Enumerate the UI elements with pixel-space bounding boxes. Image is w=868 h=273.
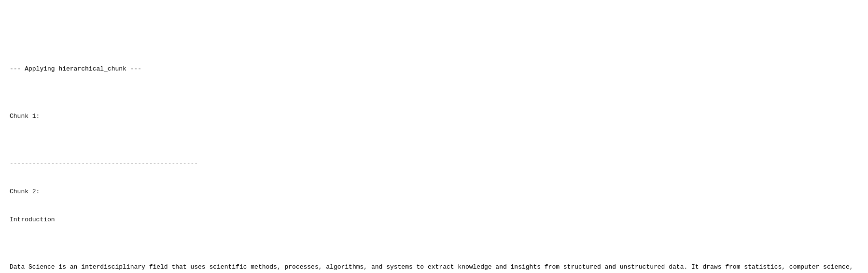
- chunk2-para1: Data Science is an interdisciplinary fie…: [10, 262, 858, 273]
- header-line: --- Applying hierarchical_chunk ---: [10, 64, 858, 74]
- main-content: --- Applying hierarchical_chunk --- Chun…: [10, 45, 858, 273]
- chunk2-label: Chunk 2:: [10, 187, 858, 197]
- separator-1: ----------------------------------------…: [10, 158, 858, 168]
- chunk2-title: Introduction: [10, 215, 858, 225]
- chunk1-label: Chunk 1:: [10, 112, 858, 121]
